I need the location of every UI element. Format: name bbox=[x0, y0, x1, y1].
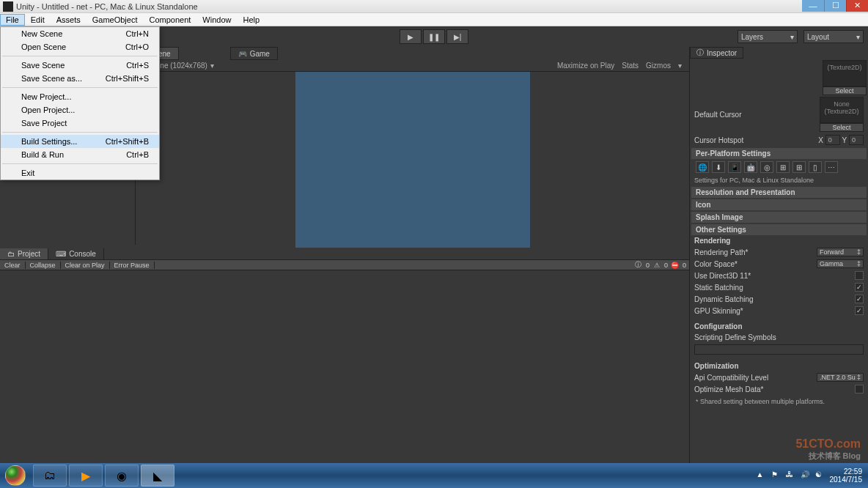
menu-component[interactable]: Component bbox=[143, 14, 196, 26]
cursor-select-button[interactable]: Select bbox=[820, 123, 864, 132]
rendering-path-dropdown[interactable]: Forward‡ bbox=[817, 248, 864, 256]
file-menu-new-project-[interactable]: New Project... bbox=[1, 90, 159, 103]
warning-icon[interactable]: ⚠ bbox=[652, 261, 661, 270]
optimize-mesh-checkbox[interactable] bbox=[855, 385, 864, 393]
file-menu-open-project-[interactable]: Open Project... bbox=[1, 103, 159, 117]
step-button[interactable]: ▶| bbox=[446, 29, 468, 44]
tab-project[interactable]: 🗀Project bbox=[0, 248, 48, 259]
static-batch-label: Static Batching bbox=[694, 284, 855, 292]
hotspot-x-field[interactable]: 0 bbox=[825, 135, 840, 145]
unity-icon: ◣ bbox=[153, 469, 162, 483]
maximize-on-play-toggle[interactable]: Maximize on Play bbox=[557, 62, 614, 70]
platform-android-icon[interactable]: 🤖 bbox=[744, 161, 757, 173]
menu-edit[interactable]: Edit bbox=[25, 14, 51, 26]
static-batch-checkbox[interactable]: ✓ bbox=[855, 283, 864, 292]
icon-header[interactable]: Icon bbox=[691, 199, 867, 210]
tab-game[interactable]: 🎮Game bbox=[230, 47, 278, 60]
platform-web-icon[interactable]: 🌐 bbox=[696, 161, 709, 173]
d3d11-label: Use Direct3D 11* bbox=[694, 272, 855, 280]
settings-for-label: Settings for PC, Mac & Linux Standalone bbox=[691, 175, 867, 185]
folder-icon: 🗂 bbox=[44, 469, 56, 482]
dynamic-batch-label: Dynamic Batching bbox=[694, 295, 855, 303]
rendering-label: Rendering bbox=[691, 235, 867, 246]
window-titlebar: Unity - Untitled - net - PC, Mac & Linux… bbox=[0, 0, 868, 13]
file-menu-build-settings-[interactable]: Build Settings...Ctrl+Shift+B bbox=[1, 135, 159, 148]
stats-toggle[interactable]: Stats bbox=[622, 62, 639, 70]
start-button[interactable] bbox=[0, 464, 31, 487]
dynamic-batch-checkbox[interactable]: ✓ bbox=[855, 295, 864, 303]
file-menu-exit[interactable]: Exit bbox=[1, 166, 159, 180]
file-menu-save-project[interactable]: Save Project bbox=[1, 117, 159, 130]
other-settings-header[interactable]: Other Settings bbox=[691, 224, 867, 235]
d3d11-checkbox[interactable] bbox=[855, 271, 864, 280]
file-menu-save-scene[interactable]: Save SceneCtrl+S bbox=[1, 59, 159, 72]
close-button[interactable]: ✕ bbox=[846, 0, 868, 12]
optimize-mesh-label: Optimize Mesh Data* bbox=[694, 385, 855, 393]
file-menu-build-run[interactable]: Build & RunCtrl+B bbox=[1, 148, 159, 161]
gizmos-dropdown[interactable]: Gizmos bbox=[646, 62, 671, 70]
hotspot-y-field[interactable]: 0 bbox=[849, 135, 864, 145]
shared-setting-note: * Shared setting between multiple platfo… bbox=[691, 395, 867, 408]
chrome-icon: ◉ bbox=[117, 469, 127, 483]
file-menu-dropdown: New SceneCtrl+NOpen SceneCtrl+OSave Scen… bbox=[0, 26, 160, 180]
console-clear-button[interactable]: Clear bbox=[0, 262, 26, 269]
menu-window[interactable]: Window bbox=[196, 14, 237, 26]
console-error-pause-toggle[interactable]: Error Pause bbox=[110, 262, 155, 269]
menu-file[interactable]: File bbox=[0, 14, 25, 26]
menu-gameobject[interactable]: GameObject bbox=[87, 14, 144, 26]
scripting-define-field[interactable] bbox=[694, 344, 864, 355]
color-space-dropdown[interactable]: Gamma‡ bbox=[817, 259, 864, 268]
gpu-skin-checkbox[interactable]: ✓ bbox=[855, 306, 864, 315]
resolution-header[interactable]: Resolution and Presentation bbox=[691, 187, 867, 198]
pause-button[interactable]: ❚❚ bbox=[423, 29, 445, 44]
default-cursor-label: Default Cursor bbox=[694, 111, 820, 119]
menu-help[interactable]: Help bbox=[237, 14, 265, 26]
taskbar-chrome[interactable]: ◉ bbox=[105, 465, 139, 487]
taskbar: 🗂 ▶ ◉ ◣ ▲ ⚑ 🖧 🔊 ☯ 22:59 2014/7/15 bbox=[0, 463, 868, 488]
api-compat-label: Api Compatibility Level bbox=[694, 374, 817, 382]
platform-other-icon[interactable]: ▯ bbox=[809, 161, 822, 173]
file-menu-save-scene-as-[interactable]: Save Scene as...Ctrl+Shift+S bbox=[1, 72, 159, 85]
tray-volume-icon[interactable]: 🔊 bbox=[801, 470, 811, 481]
tray-flag-icon[interactable]: ⚑ bbox=[771, 470, 781, 481]
platform-bb-icon[interactable]: ◎ bbox=[760, 161, 773, 173]
tray-network-icon[interactable]: 🖧 bbox=[786, 470, 796, 481]
taskbar-unity[interactable]: ◣ bbox=[141, 465, 174, 487]
menu-assets[interactable]: Assets bbox=[51, 14, 87, 26]
play-button[interactable]: ▶ bbox=[400, 29, 422, 44]
platform-ios-icon[interactable]: 📱 bbox=[728, 161, 741, 173]
platform-wp8-icon[interactable]: ⊞ bbox=[792, 161, 806, 173]
minimize-button[interactable]: — bbox=[802, 0, 824, 12]
texture-select-button[interactable]: Select bbox=[823, 86, 867, 95]
error-icon[interactable]: ⛔ bbox=[671, 261, 680, 270]
taskbar-explorer[interactable]: 🗂 bbox=[33, 465, 67, 487]
platform-metro-icon[interactable]: ⊞ bbox=[776, 161, 790, 173]
tray-clock[interactable]: 22:59 2014/7/15 bbox=[830, 467, 863, 484]
platform-more-icon[interactable]: ⋯ bbox=[825, 161, 838, 173]
layers-dropdown[interactable]: Layers▾ bbox=[738, 30, 798, 43]
file-menu-open-scene[interactable]: Open SceneCtrl+O bbox=[1, 40, 159, 53]
splash-header[interactable]: Splash Image bbox=[691, 212, 867, 223]
file-menu-new-scene[interactable]: New SceneCtrl+N bbox=[1, 27, 159, 40]
menu-separator bbox=[2, 87, 158, 88]
console-clear-on-play-toggle[interactable]: Clear on Play bbox=[61, 262, 110, 269]
maximize-button[interactable]: ☐ bbox=[824, 0, 846, 12]
rendering-path-label: Rendering Path* bbox=[694, 248, 817, 256]
info-icon[interactable]: ⓘ bbox=[634, 261, 643, 270]
texture-slot[interactable]: (Texture2D) bbox=[823, 60, 867, 86]
tab-console[interactable]: ⌨Console bbox=[48, 248, 104, 259]
tab-inspector[interactable]: ⓘInspector bbox=[690, 47, 743, 59]
default-cursor-texture[interactable]: None(Texture2D) bbox=[820, 97, 864, 123]
taskbar-mediaplayer[interactable]: ▶ bbox=[69, 465, 103, 487]
optimization-label: Optimization bbox=[691, 361, 867, 371]
window-title: Unity - Untitled - net - PC, Mac & Linux… bbox=[16, 2, 198, 11]
game-view[interactable] bbox=[295, 72, 530, 248]
platform-standalone-icon[interactable]: ⬇ bbox=[712, 161, 725, 173]
tray-up-icon[interactable]: ▲ bbox=[757, 470, 767, 481]
tray-ime-icon[interactable]: ☯ bbox=[815, 470, 825, 481]
layout-dropdown[interactable]: Layout▾ bbox=[803, 30, 864, 43]
gpu-skin-label: GPU Skinning* bbox=[694, 307, 855, 315]
console-collapse-toggle[interactable]: Collapse bbox=[26, 262, 61, 269]
api-compat-dropdown[interactable]: .NET 2.0 Su‡ bbox=[817, 373, 864, 382]
menubar: File Edit Assets GameObject Component Wi… bbox=[0, 13, 868, 26]
